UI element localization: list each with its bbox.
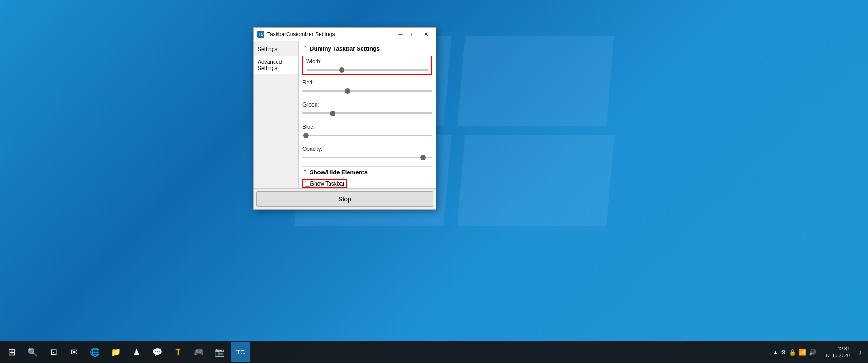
tray-lock-icon[interactable]: 🔒 [789, 349, 796, 356]
show-taskbar-highlight-box: Show Taskbar [302, 179, 347, 188]
taskbar: ⊞ 🔍 ⊡ ✉ 🌐 📁 ♟ 💬 T 🎮 📷 TC ▲ ⚙ 🔒 📶 🔊 [0, 341, 868, 363]
tray-steam-icon[interactable]: ⚙ [781, 349, 786, 356]
clock-date: 13.10.2020 [825, 352, 850, 359]
taskbar-steam-icon[interactable]: ♟ [127, 342, 146, 362]
sidebar-item-advanced-settings[interactable]: Advanced Settings [254, 56, 298, 74]
green-slider-row: Green: [302, 100, 432, 117]
clock-time: 12:31 [825, 345, 850, 352]
taskbar-tray: ▲ ⚙ 🔒 📶 🔊 [769, 349, 820, 356]
close-button[interactable]: ✕ [420, 29, 432, 40]
blue-label: Blue: [302, 124, 432, 130]
taskbar-game-icon[interactable]: 🎮 [189, 342, 209, 362]
width-slider-box: Width: [302, 56, 432, 75]
opacity-label: Opacity: [302, 146, 432, 152]
blue-slider-row: Blue: [302, 122, 432, 140]
title-bar: TC TaskbarCustomizer Settings ─ □ ✕ [254, 28, 436, 41]
taskbar-right: ▲ ⚙ 🔒 📶 🔊 12:31 13.10.2020 ▯ [769, 342, 868, 362]
start-button[interactable]: ⊞ [2, 342, 22, 362]
show-taskbar-checkbox[interactable] [305, 181, 311, 187]
taskbar-taskview-icon[interactable]: ⊡ [43, 342, 63, 362]
green-slider[interactable] [302, 112, 432, 114]
dummy-taskbar-chevron[interactable]: ⌃ [302, 45, 308, 52]
opacity-slider-row: Opacity: [302, 144, 432, 162]
sidebar-item-settings[interactable]: Settings [254, 43, 298, 56]
taskbar-mail-icon[interactable]: ✉ [64, 342, 84, 362]
taskbar-left: ⊞ 🔍 ⊡ ✉ 🌐 📁 ♟ 💬 T 🎮 📷 TC [0, 342, 252, 362]
width-label: Width: [306, 58, 429, 65]
taskbar-clock[interactable]: 12:31 13.10.2020 [821, 344, 854, 361]
opacity-slider[interactable] [302, 157, 432, 158]
window-body: Settings Advanced Settings ⌃ Dummy Taskb… [254, 41, 436, 188]
window-title: TaskbarCustomizer Settings [267, 31, 394, 37]
dummy-taskbar-title: Dummy Taskbar Settings [310, 45, 380, 52]
show-hide-section-header: ⌃ Show/Hide Elements [302, 168, 432, 176]
taskbar-messaging-icon[interactable]: 💬 [147, 342, 167, 362]
stop-button-container: Stop [254, 188, 436, 209]
taskbar-camera-icon[interactable]: 📷 [210, 342, 230, 362]
sidebar: Settings Advanced Settings [254, 41, 299, 188]
minimize-button[interactable]: ─ [394, 29, 407, 40]
show-taskbar-row: Show Taskbar [302, 179, 432, 188]
show-hide-title: Show/Hide Elements [310, 169, 368, 176]
blue-slider[interactable] [302, 135, 432, 136]
red-label: Red: [302, 79, 432, 86]
app-icon: TC [257, 31, 264, 38]
green-label: Green: [302, 102, 432, 108]
show-hide-chevron[interactable]: ⌃ [302, 168, 308, 176]
divider-1 [302, 166, 432, 167]
taskbar-tc-icon[interactable]: TC [231, 342, 250, 362]
main-content: ⌃ Dummy Taskbar Settings Width: Red: Gre… [299, 41, 436, 188]
tray-network-icon[interactable]: 📶 [799, 349, 806, 356]
app-window: TC TaskbarCustomizer Settings ─ □ ✕ Sett… [253, 27, 436, 210]
show-desktop-button[interactable]: ▯ [855, 342, 864, 362]
taskbar-explorer-icon[interactable]: 📁 [106, 342, 126, 362]
width-slider[interactable] [306, 69, 429, 71]
taskbar-t-icon[interactable]: T [168, 342, 188, 362]
dummy-taskbar-section-header: ⌃ Dummy Taskbar Settings [302, 45, 432, 52]
show-taskbar-label: Show Taskbar [311, 181, 344, 187]
red-slider[interactable] [302, 90, 432, 92]
red-slider-row: Red: [302, 78, 432, 95]
tray-volume-icon[interactable]: 🔊 [809, 349, 816, 356]
stop-button[interactable]: Stop [256, 191, 433, 207]
tray-chevron-icon[interactable]: ▲ [773, 349, 778, 355]
maximize-button[interactable]: □ [407, 29, 420, 40]
taskbar-edge-icon[interactable]: 🌐 [85, 342, 105, 362]
window-controls: ─ □ ✕ [394, 29, 432, 40]
taskbar-search-icon[interactable]: 🔍 [23, 342, 42, 362]
